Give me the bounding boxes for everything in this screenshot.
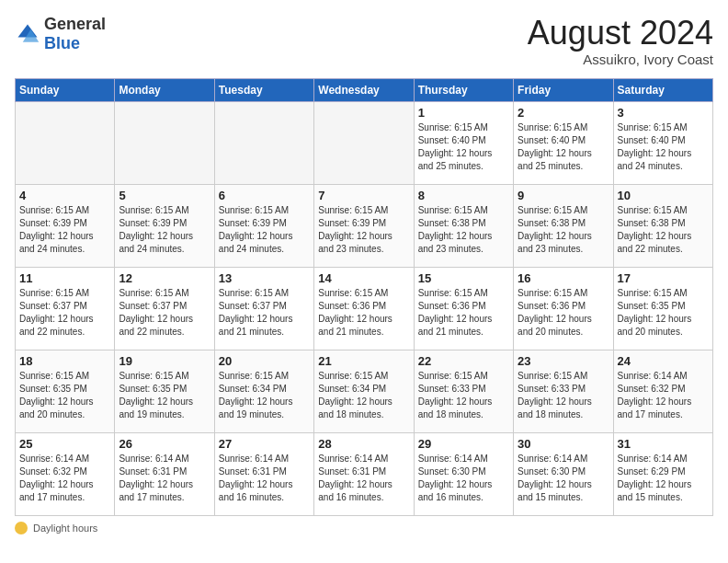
day-info: Sunrise: 6:15 AMSunset: 6:35 PMDaylight:… xyxy=(19,371,94,419)
day-number: 19 xyxy=(119,354,210,368)
calendar-cell: 27 Sunrise: 6:14 AMSunset: 6:31 PMDaylig… xyxy=(214,432,313,515)
calendar-cell: 30 Sunrise: 6:14 AMSunset: 6:30 PMDaylig… xyxy=(514,432,613,515)
day-info: Sunrise: 6:15 AMSunset: 6:37 PMDaylight:… xyxy=(219,288,293,337)
day-info: Sunrise: 6:14 AMSunset: 6:31 PMDaylight:… xyxy=(318,454,392,502)
calendar-cell: 11 Sunrise: 6:15 AMSunset: 6:37 PMDaylig… xyxy=(16,267,115,350)
calendar-cell: 16 Sunrise: 6:15 AMSunset: 6:36 PMDaylig… xyxy=(514,267,613,350)
day-info: Sunrise: 6:15 AMSunset: 6:38 PMDaylight:… xyxy=(618,205,692,254)
day-number: 6 xyxy=(219,189,310,202)
calendar-cell: 28 Sunrise: 6:14 AMSunset: 6:31 PMDaylig… xyxy=(314,432,414,515)
day-info: Sunrise: 6:14 AMSunset: 6:32 PMDaylight:… xyxy=(19,454,94,502)
day-info: Sunrise: 6:15 AMSunset: 6:37 PMDaylight:… xyxy=(119,288,193,337)
month-year-title: August 2024 xyxy=(528,15,713,52)
calendar-cell: 20 Sunrise: 6:15 AMSunset: 6:34 PMDaylig… xyxy=(214,350,313,432)
calendar-cell: 5 Sunrise: 6:15 AMSunset: 6:39 PMDayligh… xyxy=(115,184,214,267)
calendar-cell xyxy=(314,101,414,184)
calendar-table: SundayMondayTuesdayWednesdayThursdayFrid… xyxy=(15,78,713,516)
day-number: 31 xyxy=(618,437,709,451)
day-number: 10 xyxy=(618,189,709,202)
calendar-cell: 25 Sunrise: 6:14 AMSunset: 6:32 PMDaylig… xyxy=(16,432,115,515)
calendar-cell: 8 Sunrise: 6:15 AMSunset: 6:38 PMDayligh… xyxy=(414,184,513,267)
day-info: Sunrise: 6:15 AMSunset: 6:40 PMDaylight:… xyxy=(418,122,493,171)
day-number: 28 xyxy=(318,437,409,451)
calendar-cell: 12 Sunrise: 6:15 AMSunset: 6:37 PMDaylig… xyxy=(115,267,214,350)
day-info: Sunrise: 6:15 AMSunset: 6:36 PMDaylight:… xyxy=(418,288,493,337)
day-info: Sunrise: 6:15 AMSunset: 6:36 PMDaylight:… xyxy=(518,288,592,337)
day-number: 26 xyxy=(119,437,210,451)
day-info: Sunrise: 6:15 AMSunset: 6:34 PMDaylight:… xyxy=(219,371,293,419)
day-of-week-header: Monday xyxy=(115,78,214,101)
calendar-cell: 10 Sunrise: 6:15 AMSunset: 6:38 PMDaylig… xyxy=(613,184,712,267)
calendar-cell: 9 Sunrise: 6:15 AMSunset: 6:38 PMDayligh… xyxy=(514,184,613,267)
calendar-cell: 19 Sunrise: 6:15 AMSunset: 6:35 PMDaylig… xyxy=(115,350,214,432)
calendar-cell: 13 Sunrise: 6:15 AMSunset: 6:37 PMDaylig… xyxy=(214,267,313,350)
day-number: 20 xyxy=(219,354,310,368)
calendar-cell: 29 Sunrise: 6:14 AMSunset: 6:30 PMDaylig… xyxy=(414,432,513,515)
day-info: Sunrise: 6:14 AMSunset: 6:31 PMDaylight:… xyxy=(219,454,293,502)
calendar-cell: 3 Sunrise: 6:15 AMSunset: 6:40 PMDayligh… xyxy=(613,101,712,184)
day-number: 15 xyxy=(418,271,509,285)
day-number: 25 xyxy=(19,437,110,451)
calendar-cell: 1 Sunrise: 6:15 AMSunset: 6:40 PMDayligh… xyxy=(414,101,513,184)
day-info: Sunrise: 6:15 AMSunset: 6:39 PMDaylight:… xyxy=(219,205,293,254)
day-of-week-header: Wednesday xyxy=(314,78,414,101)
day-number: 2 xyxy=(518,106,609,120)
day-number: 23 xyxy=(518,354,609,368)
day-info: Sunrise: 6:15 AMSunset: 6:39 PMDaylight:… xyxy=(318,205,392,254)
day-info: Sunrise: 6:15 AMSunset: 6:39 PMDaylight:… xyxy=(19,205,94,254)
calendar-cell: 31 Sunrise: 6:14 AMSunset: 6:29 PMDaylig… xyxy=(613,432,712,515)
day-number: 18 xyxy=(19,354,110,368)
day-info: Sunrise: 6:15 AMSunset: 6:35 PMDaylight:… xyxy=(119,371,193,419)
day-info: Sunrise: 6:15 AMSunset: 6:37 PMDaylight:… xyxy=(19,288,94,337)
day-number: 14 xyxy=(318,271,409,285)
calendar-cell: 26 Sunrise: 6:14 AMSunset: 6:31 PMDaylig… xyxy=(115,432,214,515)
day-info: Sunrise: 6:15 AMSunset: 6:40 PMDaylight:… xyxy=(518,122,592,171)
day-of-week-header: Sunday xyxy=(16,78,115,101)
day-info: Sunrise: 6:15 AMSunset: 6:38 PMDaylight:… xyxy=(418,205,493,254)
day-number: 12 xyxy=(119,271,210,285)
day-number: 27 xyxy=(219,437,310,451)
day-number: 13 xyxy=(219,271,310,285)
day-number: 22 xyxy=(418,354,509,368)
calendar-cell xyxy=(16,101,115,184)
calendar-cell: 7 Sunrise: 6:15 AMSunset: 6:39 PMDayligh… xyxy=(314,184,414,267)
logo-icon xyxy=(15,21,40,47)
day-info: Sunrise: 6:14 AMSunset: 6:32 PMDaylight:… xyxy=(618,371,692,419)
calendar-cell: 17 Sunrise: 6:15 AMSunset: 6:35 PMDaylig… xyxy=(613,267,712,350)
location-subtitle: Assuikro, Ivory Coast xyxy=(528,52,713,67)
day-number: 30 xyxy=(518,437,609,451)
day-info: Sunrise: 6:15 AMSunset: 6:34 PMDaylight:… xyxy=(318,371,392,419)
daylight-label: Daylight hours xyxy=(33,523,97,534)
calendar-cell xyxy=(214,101,313,184)
day-info: Sunrise: 6:14 AMSunset: 6:29 PMDaylight:… xyxy=(618,454,692,502)
day-number: 3 xyxy=(618,106,709,120)
calendar-cell: 18 Sunrise: 6:15 AMSunset: 6:35 PMDaylig… xyxy=(16,350,115,432)
day-number: 7 xyxy=(318,189,409,202)
day-number: 21 xyxy=(318,354,409,368)
day-info: Sunrise: 6:15 AMSunset: 6:33 PMDaylight:… xyxy=(518,371,592,419)
day-number: 24 xyxy=(618,354,709,368)
calendar-cell xyxy=(115,101,214,184)
calendar-cell: 6 Sunrise: 6:15 AMSunset: 6:39 PMDayligh… xyxy=(214,184,313,267)
calendar-cell: 24 Sunrise: 6:14 AMSunset: 6:32 PMDaylig… xyxy=(613,350,712,432)
day-number: 8 xyxy=(418,189,509,202)
calendar-cell: 22 Sunrise: 6:15 AMSunset: 6:33 PMDaylig… xyxy=(414,350,513,432)
daylight-icon xyxy=(15,522,28,534)
logo-blue: Blue xyxy=(44,34,80,52)
title-block: August 2024 Assuikro, Ivory Coast xyxy=(528,15,713,67)
logo-general: General xyxy=(44,15,106,33)
day-of-week-header: Tuesday xyxy=(214,78,313,101)
day-of-week-header: Saturday xyxy=(613,78,712,101)
day-number: 1 xyxy=(418,106,509,120)
day-info: Sunrise: 6:15 AMSunset: 6:40 PMDaylight:… xyxy=(618,122,692,171)
day-number: 17 xyxy=(618,271,709,285)
day-info: Sunrise: 6:15 AMSunset: 6:39 PMDaylight:… xyxy=(119,205,193,254)
day-number: 11 xyxy=(19,271,110,285)
day-info: Sunrise: 6:14 AMSunset: 6:31 PMDaylight:… xyxy=(119,454,193,502)
day-of-week-header: Friday xyxy=(514,78,613,101)
day-number: 4 xyxy=(19,189,110,202)
calendar-cell: 21 Sunrise: 6:15 AMSunset: 6:34 PMDaylig… xyxy=(314,350,414,432)
day-info: Sunrise: 6:15 AMSunset: 6:38 PMDaylight:… xyxy=(518,205,592,254)
day-number: 9 xyxy=(518,189,609,202)
day-info: Sunrise: 6:14 AMSunset: 6:30 PMDaylight:… xyxy=(518,454,592,502)
